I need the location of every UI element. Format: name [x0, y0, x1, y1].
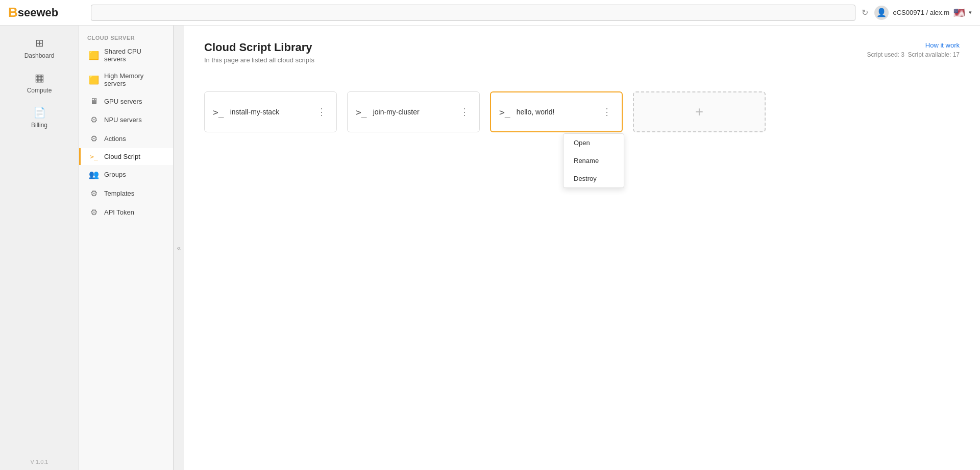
script-card-join-my-cluster[interactable]: >_ join-my-cluster ⋮: [347, 91, 480, 132]
sidebar-item-compute[interactable]: ▦ Compute: [0, 65, 79, 100]
user-avatar-icon: 👤: [874, 6, 889, 20]
templates-icon: ⚙: [89, 189, 99, 198]
billing-icon: 📄: [33, 106, 46, 119]
sidebar-narrow-label-billing: Billing: [31, 122, 47, 129]
add-script-card[interactable]: +: [633, 91, 766, 132]
script-used-label: Script used: 3 Script available: 17: [867, 51, 960, 58]
main-content: Cloud Script Library In this page are li…: [184, 26, 980, 470]
topbar: B seeweb ↻ 👤 eCS00971 / alex.m 🇺🇸 ▾: [0, 0, 980, 26]
sidebar-narrow-label-compute: Compute: [27, 87, 52, 94]
sidebar-narrow-label-dashboard: Dashboard: [24, 52, 55, 59]
refresh-button[interactable]: ↻: [862, 8, 868, 17]
add-script-icon: +: [695, 104, 703, 120]
sidebar-item-label-npu: NPU servers: [104, 116, 142, 124]
user-name: eCS00971 / alex.m: [893, 9, 949, 16]
collapse-chevron-icon: «: [177, 244, 181, 252]
sidebar-item-label-templates: Templates: [104, 190, 134, 197]
sidebar-item-shared-cpu[interactable]: 🟨 Shared CPU servers: [79, 43, 173, 67]
sidebar-narrow: ⊞ Dashboard ▦ Compute 📄 Billing V 1.0.1: [0, 26, 79, 470]
sidebar-item-groups[interactable]: 👥 Groups: [79, 165, 173, 184]
logo: B seeweb: [8, 5, 85, 20]
scripts-grid: >_ install-my-stack ⋮ >_ join-my-cluster…: [204, 91, 960, 132]
sidebar-item-label-cloud-script: Cloud Script: [104, 153, 140, 160]
sidebar-wide: CLOUD SERVER 🟨 Shared CPU servers 🟨 High…: [79, 26, 174, 470]
sidebar-item-npu[interactable]: ⚙ NPU servers: [79, 110, 173, 129]
sidebar-item-label-shared-cpu: Shared CPU servers: [104, 48, 165, 63]
sidebar-item-gpu[interactable]: 🖥 GPU servers: [79, 92, 173, 110]
script-name-2: join-my-cluster: [373, 108, 452, 116]
page-title: Cloud Script Library: [204, 41, 314, 54]
script-menu-button-2[interactable]: ⋮: [458, 105, 471, 119]
compute-icon: ▦: [35, 72, 44, 84]
sidebar-item-cloud-script[interactable]: >_ Cloud Script: [79, 148, 173, 165]
sidebar-item-dashboard[interactable]: ⊞ Dashboard: [0, 31, 79, 65]
cloud-script-icon: >_: [89, 153, 99, 160]
script-menu-button-3[interactable]: ⋮: [600, 105, 614, 119]
search-input[interactable]: [91, 5, 855, 21]
flag-icon: 🇺🇸: [953, 7, 965, 18]
sidebar-item-templates[interactable]: ⚙ Templates: [79, 184, 173, 203]
script-name-1: install-my-stack: [230, 108, 309, 116]
cloud-server-section-label: CLOUD SERVER: [79, 30, 173, 43]
high-memory-icon: 🟨: [89, 75, 99, 85]
dashboard-icon: ⊞: [35, 37, 44, 49]
page-subtitle: In this page are listed all cloud script…: [204, 56, 314, 64]
sidebar-item-actions[interactable]: ⚙ Actions: [79, 129, 173, 148]
how-it-works-link[interactable]: How it work: [925, 41, 960, 49]
sidebar-item-label-gpu: GPU servers: [104, 98, 142, 105]
user-area: 👤 eCS00971 / alex.m 🇺🇸 ▾: [874, 6, 972, 20]
script-card-install-my-stack[interactable]: >_ install-my-stack ⋮: [204, 91, 337, 132]
chevron-down-icon[interactable]: ▾: [969, 9, 972, 16]
sidebar-item-label-api-token: API Token: [104, 208, 134, 216]
actions-icon: ⚙: [89, 134, 99, 144]
header-right: How it work Script used: 3 Script availa…: [867, 41, 960, 58]
main-layout: ⊞ Dashboard ▦ Compute 📄 Billing V 1.0.1 …: [0, 0, 980, 470]
terminal-icon-2: >_: [356, 107, 367, 118]
logo-b-letter: B: [8, 5, 18, 20]
dropdown-item-open[interactable]: Open: [564, 134, 624, 152]
logo-text: seeweb: [18, 6, 59, 19]
dropdown-item-rename[interactable]: Rename: [564, 152, 624, 170]
script-card-hello-world[interactable]: >_ hello, world! ⋮ Open Rename Destroy: [490, 91, 623, 132]
sidebar-item-label-actions: Actions: [104, 135, 126, 143]
header-left: Cloud Script Library In this page are li…: [204, 41, 314, 76]
page-header: Cloud Script Library In this page are li…: [204, 41, 960, 76]
sidebar-item-api-token[interactable]: ⚙ API Token: [79, 203, 173, 222]
shared-cpu-icon: 🟨: [89, 51, 99, 60]
groups-icon: 👥: [89, 170, 99, 179]
collapse-sidebar-button[interactable]: «: [174, 26, 184, 470]
version-label: V 1.0.1: [0, 454, 79, 470]
terminal-icon-1: >_: [213, 107, 224, 118]
npu-icon: ⚙: [89, 115, 99, 125]
sidebar-item-high-memory[interactable]: 🟨 High Memory servers: [79, 67, 173, 92]
dropdown-item-destroy[interactable]: Destroy: [564, 170, 624, 187]
script-name-3: hello, world!: [517, 108, 594, 116]
script-menu-button-1[interactable]: ⋮: [315, 105, 328, 119]
sidebar-item-label-high-memory: High Memory servers: [104, 72, 165, 87]
api-token-icon: ⚙: [89, 207, 99, 217]
gpu-icon: 🖥: [89, 97, 99, 106]
terminal-icon-3: >_: [499, 107, 510, 118]
script-dropdown-menu: Open Rename Destroy: [563, 133, 624, 188]
sidebar-item-billing[interactable]: 📄 Billing: [0, 100, 79, 135]
sidebar-item-label-groups: Groups: [104, 171, 126, 178]
